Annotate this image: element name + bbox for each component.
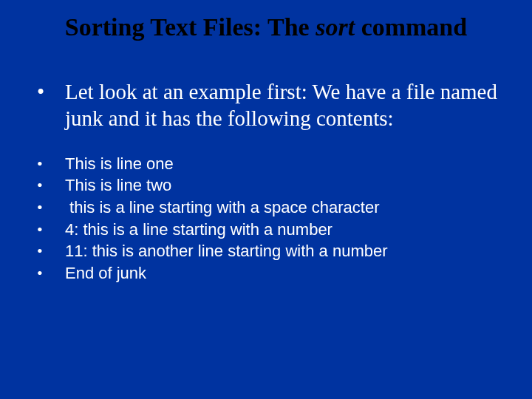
bullet-dot: •	[37, 240, 65, 262]
bullet-dot: •	[37, 153, 65, 175]
line-text: 4: this is a line starting with a number	[65, 219, 332, 241]
file-contents-list: • This is line one • This is line two • …	[30, 153, 502, 284]
slide: Sorting Text Files: The sort command • L…	[0, 0, 532, 399]
line-text: End of junk	[65, 262, 146, 284]
bullet-dot: •	[37, 197, 65, 219]
list-item: • This is line two	[37, 174, 502, 197]
list-item: • This is line one	[37, 153, 502, 175]
line-text: this is a line starting with a space cha…	[65, 197, 380, 219]
list-item: • End of junk	[37, 262, 502, 284]
slide-title: Sorting Text Files: The sort command	[30, 13, 502, 41]
bullet-dot: •	[37, 78, 65, 132]
list-item: • 11: this is another line starting with…	[37, 240, 502, 262]
main-bullet: • Let look at an example first: We have …	[30, 78, 502, 132]
title-part1: Sorting Text Files: The	[65, 13, 316, 41]
line-text: This is line one	[65, 153, 174, 175]
main-bullet-text: Let look at an example first: We have a …	[65, 78, 502, 132]
title-italic: sort	[316, 13, 355, 41]
bullet-dot: •	[37, 174, 65, 197]
bullet-dot: •	[37, 219, 65, 241]
line-text: 11: this is another line starting with a…	[65, 240, 388, 262]
bullet-dot: •	[37, 262, 65, 284]
list-item: • this is a line starting with a space c…	[37, 197, 502, 219]
line-text: This is line two	[65, 174, 171, 197]
title-part2: command	[355, 13, 467, 41]
list-item: • 4: this is a line starting with a numb…	[37, 219, 502, 241]
